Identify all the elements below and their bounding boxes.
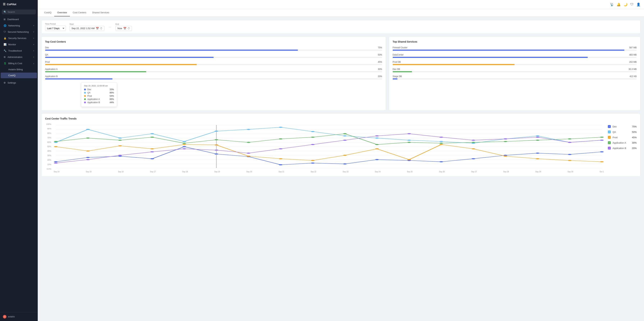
sidebar-item-dashboard[interactable]: ⊞ Dashboard (1, 16, 37, 22)
legend-item[interactable]: ✓ Prod 45% (608, 136, 637, 139)
tab-overview[interactable]: Overview (54, 9, 70, 16)
sidebar-item-settings[interactable]: ⚙ Settings (1, 80, 37, 86)
legend-checkbox[interactable]: ✓ (608, 141, 611, 144)
shield-icon[interactable]: 🛡 (630, 2, 634, 6)
bar-label: Stage DB (392, 75, 402, 78)
chart-data-point (279, 138, 282, 140)
search-icon: 🔍 (4, 10, 6, 13)
sidebar: ☰ CoPilot 🔍 Search ⊞ Dashboard 🌐 Network… (0, 0, 38, 321)
date-separator: — (109, 26, 111, 28)
chart-data-point (54, 161, 58, 162)
calendar-icon[interactable]: 📅 (96, 27, 99, 30)
chart-data-point (86, 157, 90, 158)
bar-pct: 50% (378, 54, 382, 56)
legend-panel: ✓ Dev 75% ✓ QA 50% ✓ Prod 45% ✓ Applicat… (608, 123, 637, 151)
chart-data-point (439, 161, 443, 162)
bar-pct: 30% (378, 68, 382, 70)
legend-item[interactable]: ✓ Application A 30% (608, 141, 637, 144)
x-label: Sep 16 (118, 171, 124, 173)
aviatrix-billing-label: Aviatrix Billing (8, 68, 23, 71)
x-label: Sep 30 (568, 171, 573, 173)
chart-data-point (536, 158, 540, 159)
tooltip-dot (84, 88, 86, 90)
chart-data-point (86, 159, 90, 160)
legend-label: Prod (612, 136, 630, 139)
shared-service-bar-row: Dev DB 30.3 MB (392, 68, 637, 72)
x-label: Oct 1 (600, 171, 604, 173)
bar-pct: 20% (378, 75, 382, 78)
sidebar-item-label: Settings (8, 82, 34, 84)
broadcast-icon[interactable]: 📡 (610, 2, 614, 6)
shared-service-bar-row: Firewall Cluster 587 MB (392, 46, 637, 51)
cost-center-bar-row: Prod 45% (45, 61, 382, 65)
start-group: Start Sep 22, 2022 1:52 AM 📅 ⏱ (70, 23, 104, 31)
legend-checkbox[interactable]: ✓ (608, 125, 611, 128)
legend-checkbox[interactable]: ✓ (608, 130, 611, 133)
aviatrix-logo-icon: ✳ (3, 315, 6, 318)
bar-label: QA (45, 54, 48, 56)
user-icon[interactable]: 👤 (636, 2, 640, 6)
tooltip-row: Dev 33% (84, 88, 114, 91)
legend-item[interactable]: ✓ Application B 20% (608, 147, 637, 150)
cost-center-bar-row: Application A 30% (45, 68, 382, 72)
search-box[interactable]: 🔍 Search (2, 10, 36, 14)
cost-center-bar-row: Application B 20% (45, 75, 382, 80)
chart-data-point (279, 148, 282, 149)
bar-fill (45, 64, 197, 65)
billing-icon: 💲 (4, 62, 6, 65)
sidebar-item-administration[interactable]: ⚙ Administration ▾ (1, 54, 37, 60)
y-label: 50% (45, 146, 51, 148)
tooltip-dot (84, 92, 86, 94)
bar-label: DataCenter (392, 54, 404, 56)
clock-icon[interactable]: ⏱ (100, 27, 102, 30)
chart-data-point (536, 135, 540, 136)
legend-pct: 45% (632, 136, 637, 139)
legend-checkbox[interactable]: ✓ (608, 147, 611, 150)
menu-icon[interactable]: ☰ (3, 2, 6, 6)
sidebar-item-networking[interactable]: 🌐 Networking ▾ (1, 23, 37, 28)
end-date-input[interactable]: Now 📅 ⏱ (116, 26, 132, 31)
traffic-trends-card: Cost Center Traffic Trends 100%90%80%70%… (41, 114, 640, 176)
aviatrix-logo: ✳ aviatrix (3, 315, 15, 318)
start-date-input[interactable]: Sep 22, 2022 1:52 AM 📅 ⏱ (70, 26, 104, 31)
sidebar-item-secured-networking[interactable]: 🛡 Secured Networking ▾ (1, 29, 37, 35)
tab-shared-services[interactable]: Shared Services (89, 9, 112, 16)
content-area: Time Period Last 7 Days Last 30 Days Las… (38, 16, 644, 321)
legend-pct: 75% (632, 125, 637, 128)
legend-pct: 30% (632, 142, 637, 144)
top-cost-centers-card: Top Cost Centers Dev 75% QA 50% Prod 45%… (41, 36, 386, 110)
tab-cost-centers[interactable]: Cost Centers (70, 9, 89, 16)
sidebar-subitem-costiq[interactable]: CostIQ (1, 72, 37, 78)
chart-data-point (600, 140, 604, 141)
bar-value: 587 MB (629, 46, 637, 49)
chart-data-point (311, 136, 314, 138)
legend-item[interactable]: ✓ Dev 75% (608, 125, 637, 128)
moon-icon[interactable]: 🌙 (624, 2, 628, 6)
chart-data-point (247, 129, 250, 130)
bell-icon[interactable]: 🔔 (617, 2, 621, 6)
x-label: Sep 20 (246, 171, 252, 173)
calendar-icon[interactable]: 📅 (123, 27, 126, 30)
chart-data-point (182, 148, 186, 149)
traffic-inner: 100%90%80%70%60%50%40%30%20%10%0.0% Sep … (45, 123, 637, 173)
legend-checkbox[interactable]: ✓ (608, 136, 611, 139)
chevron-down-icon: ▾ (33, 44, 34, 46)
sidebar-item-security-services[interactable]: 🔒 Security Services ▾ (1, 35, 37, 41)
sidebar-item-monitor[interactable]: 📊 Monitor ▾ (1, 42, 37, 48)
tooltip-row: Prod 54% (84, 95, 114, 97)
sidebar-item-billing-cost[interactable]: 💲 Billing & Cost ▴ (1, 60, 37, 66)
cost-centers-bars: Dev 75% QA 50% Prod 45% Application A 30… (45, 46, 382, 80)
bar-fill (392, 78, 398, 80)
chart-data-point (343, 164, 346, 164)
legend-item[interactable]: ✓ QA 50% (608, 130, 637, 133)
tooltip-value: 66% (110, 98, 114, 100)
time-period-select[interactable]: Last 7 Days Last 30 Days Last 90 Days Cu… (45, 26, 66, 31)
chart-data-point (279, 127, 282, 128)
clock-icon[interactable]: ⏱ (128, 27, 130, 30)
end-label: End (116, 23, 132, 25)
tab-costiq[interactable]: CostIQ (41, 9, 54, 16)
chart-wrap: 100%90%80%70%60%50%40%30%20%10%0.0% Sep … (45, 123, 604, 173)
sidebar-subitem-aviatrix-billing[interactable]: Aviatrix Billing (1, 67, 37, 72)
sidebar-item-troubleshoot[interactable]: 🔧 Troubleshoot ▾ (1, 48, 37, 54)
bar-label: Dev (45, 46, 49, 49)
